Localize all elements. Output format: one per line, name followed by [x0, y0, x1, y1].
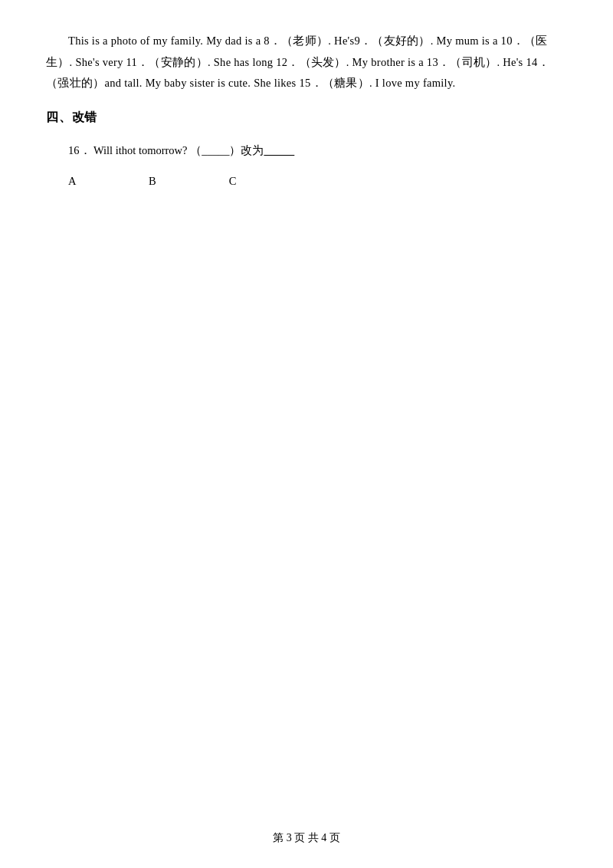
correction-number: 16． — [68, 144, 91, 156]
correction-answer — [264, 140, 325, 162]
passage-paragraph: This is a photo of my family. My dad is … — [46, 31, 567, 94]
correction-blank-label: （_____）改为 — [190, 144, 264, 156]
section-title: 四、改错 — [46, 110, 567, 126]
correction-item: 16． Will ithot tomorrow? （_____）改为 — [68, 140, 567, 162]
abc-line: A B C — [68, 174, 567, 189]
page-footer: 第 3 页 共 4 页 — [0, 831, 613, 845]
correction-sentence: Will ithot tomorrow? — [93, 144, 188, 156]
page-content: This is a photo of my family. My dad is … — [0, 0, 613, 250]
